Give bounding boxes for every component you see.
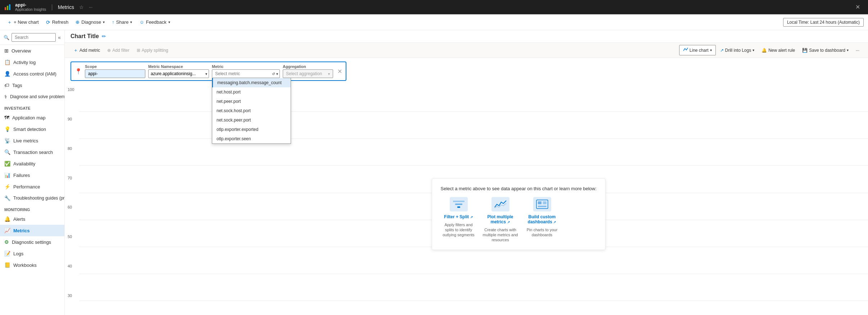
sidebar-item-failures[interactable]: 📊 Failures: [0, 169, 64, 181]
feedback-button[interactable]: ☺ Feedback ▾: [136, 18, 173, 27]
more-options-button[interactable]: ···: [853, 46, 862, 55]
sidebar-item-logs[interactable]: 📝 Logs: [0, 248, 64, 259]
svg-rect-3: [453, 201, 464, 202]
more-options-icon: ···: [856, 48, 859, 53]
edit-chart-title-icon[interactable]: ✏: [102, 33, 106, 39]
sidebar-item-label: Failures: [13, 173, 30, 178]
sidebar-item-troubleshooting[interactable]: 🔧 Troubleshooting guides (preview): [0, 192, 64, 204]
main-layout: 🔍 « ⊞ Overview 📋 Activity log 👤 Access c…: [0, 30, 868, 315]
close-button[interactable]: ✕: [852, 2, 864, 12]
new-chart-button[interactable]: ＋ + New chart: [4, 17, 42, 27]
filter-split-desc: Apply filters and splits to identify out…: [441, 222, 477, 238]
diagnose-icon: ⊕: [76, 19, 79, 25]
info-panel-title: Select a metric above to see data appear…: [441, 186, 597, 191]
y-label-100: 100: [68, 87, 74, 92]
diagnose-button[interactable]: ⊕ Diagnose ▾: [73, 18, 108, 27]
save-dashboard-chevron-icon: ▾: [847, 48, 849, 52]
svg-rect-0: [5, 7, 6, 10]
dropdown-item-net-peer-port[interactable]: net.peer.port: [212, 97, 291, 106]
line-chart-button[interactable]: Line chart ▾: [679, 45, 716, 55]
dropdown-item-net-sock-peer-port[interactable]: net.sock.peer.port: [212, 115, 291, 125]
gridline-40: [79, 274, 868, 274]
sidebar-item-alerts[interactable]: 🔔 Alerts: [0, 213, 64, 225]
time-range-button[interactable]: Local Time: Last 24 hours (Automatic): [783, 18, 864, 27]
sidebar-item-tags[interactable]: 🏷 Tags: [0, 79, 64, 91]
sidebar-item-app-map[interactable]: 🗺 Application map: [0, 112, 64, 123]
chart-toolbar-right: Line chart ▾ ↗ Drill into Logs ▾ 🔔 New a…: [679, 45, 862, 55]
scope-input[interactable]: [85, 69, 145, 78]
performance-icon: ⚡: [4, 184, 10, 190]
search-input[interactable]: [12, 33, 56, 42]
sidebar-item-access-control[interactable]: 👤 Access control (IAM): [0, 68, 64, 79]
chart-toolbar: ＋ Add metric ⊕ Add filter ⊞ Apply splitt…: [65, 43, 868, 58]
save-to-dashboard-button[interactable]: 💾 Save to dashboard ▾: [799, 46, 851, 55]
add-metric-button[interactable]: ＋ Add metric: [71, 45, 103, 55]
new-chart-icon: ＋: [7, 19, 12, 26]
sidebar-item-label: Workbooks: [13, 262, 37, 268]
new-alert-rule-button[interactable]: 🔔 New alert rule: [759, 46, 798, 55]
sidebar-item-workbooks[interactable]: 📒 Workbooks: [0, 259, 64, 271]
monitoring-section-header: Monitoring: [0, 204, 64, 213]
dropdown-item-otlp-seen[interactable]: otlp.exporter.seen: [212, 134, 291, 143]
search-icon: 🔍: [4, 35, 9, 40]
metric-select-wrapper[interactable]: ↺ ▾: [212, 69, 280, 78]
sidebar-item-label: Diagnose and solve problems: [10, 94, 64, 99]
sidebar-item-transaction-search[interactable]: 🔍 Transaction search: [0, 146, 64, 158]
aggregation-placeholder: Select aggregation: [286, 71, 322, 76]
info-cards: Filter + Split ↗ Apply filters and split…: [441, 197, 597, 243]
drill-into-logs-button[interactable]: ↗ Drill into Logs ▾: [717, 46, 758, 55]
refresh-button[interactable]: ⟳ ⟳ Refresh Refresh: [43, 18, 72, 27]
feedback-chevron-icon: ▾: [168, 20, 170, 24]
new-alert-icon: 🔔: [762, 48, 767, 53]
sidebar-item-metrics[interactable]: 📈 Metrics: [0, 225, 64, 236]
dropdown-item-net-sock-host-port[interactable]: net.sock.host.port: [212, 106, 291, 115]
star-icon[interactable]: ☆: [79, 4, 84, 10]
sidebar-item-smart-detection[interactable]: 💡 Smart detection: [0, 123, 64, 135]
namespace-input[interactable]: [150, 70, 205, 78]
refresh-icon: ⟳: [46, 19, 50, 25]
app-subtitle: Application Insights: [15, 8, 46, 12]
aggregation-label: Aggregation: [283, 64, 333, 69]
add-filter-button[interactable]: ⊕ Add filter: [104, 46, 132, 55]
y-label-40: 40: [68, 264, 74, 268]
info-card-plot-multiple[interactable]: Plot multiple metrics ↗ Create charts wi…: [482, 197, 518, 243]
y-label-30: 30: [68, 293, 74, 298]
chart-header: Chart Title ✏: [65, 30, 868, 43]
dropdown-item-net-host-port[interactable]: net.host.port: [212, 87, 291, 97]
info-card-filter-split[interactable]: Filter + Split ↗ Apply filters and split…: [441, 197, 477, 243]
sidebar-item-activity-log[interactable]: 📋 Activity log: [0, 56, 64, 68]
info-card-build-custom[interactable]: Build custom dashboards ↗ Pin charts to …: [524, 197, 560, 243]
sidebar-item-availability[interactable]: ✅ Availability: [0, 158, 64, 169]
sidebar-item-label: Metrics: [13, 228, 30, 233]
sidebar-item-overview[interactable]: ⊞ Overview: [0, 45, 64, 56]
line-chart-icon: [683, 47, 688, 53]
top-bar: appi- Application Insights | Metrics ☆ ·…: [0, 0, 868, 14]
apply-splitting-button[interactable]: ⊞ Apply splitting: [134, 46, 171, 55]
sidebar-item-live-metrics[interactable]: 📡 Live metrics: [0, 135, 64, 146]
diagnose-chevron-icon: ▾: [103, 20, 105, 24]
sidebar-item-performance[interactable]: ⚡ Performance: [0, 181, 64, 192]
filter-split-ext-icon: ↗: [470, 215, 473, 219]
svg-rect-1: [7, 6, 8, 10]
metrics-icon: 📈: [4, 228, 10, 233]
gridline-100: [79, 111, 868, 112]
sidebar-item-label: Transaction search: [13, 150, 53, 155]
gridline-30: [79, 301, 868, 301]
investigate-section-header: Investigate: [0, 102, 64, 112]
collapse-sidebar-button[interactable]: «: [58, 35, 61, 40]
sidebar: 🔍 « ⊞ Overview 📋 Activity log 👤 Access c…: [0, 30, 65, 315]
more-icon[interactable]: ···: [89, 5, 92, 10]
close-metric-icon[interactable]: ✕: [337, 68, 342, 75]
sidebar-item-diagnostic-settings[interactable]: ⚙ Diagnostic settings: [0, 236, 64, 248]
plot-multiple-title: Plot multiple metrics ↗: [482, 214, 518, 224]
sidebar-item-label: Availability: [13, 161, 35, 166]
chart-area-wrapper: 100 90 80 70 60 50 40 30: [65, 85, 868, 315]
metric-input[interactable]: [214, 70, 271, 77]
dropdown-item-otlp-exported[interactable]: otlp.exporter.exported: [212, 125, 291, 134]
sidebar-item-diagnose[interactable]: ⚕ Diagnose and solve problems: [0, 91, 64, 102]
dropdown-item-messaging-batch[interactable]: messaging.batch.message_count: [212, 78, 291, 87]
share-button[interactable]: ↑ Share ▾: [109, 18, 135, 27]
y-label-90: 90: [68, 117, 74, 121]
transaction-search-icon: 🔍: [4, 149, 10, 155]
chart-title: Chart Title: [71, 33, 99, 40]
